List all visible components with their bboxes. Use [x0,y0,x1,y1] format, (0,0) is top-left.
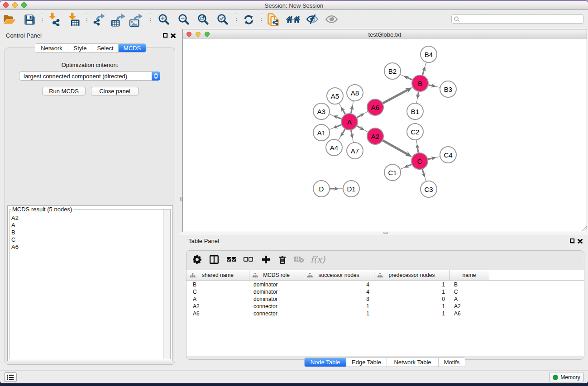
table-cell[interactable]: B [186,281,249,288]
show-columns-button[interactable] [206,253,222,266]
save-session-button[interactable] [22,13,37,26]
graph-node-A[interactable]: A [341,114,358,130]
zoom-fit-button[interactable] [196,13,210,26]
export-network-button[interactable] [92,13,106,27]
result-item[interactable]: A6 [10,243,163,251]
table-cell[interactable]: C [449,288,489,295]
mcds-result-list[interactable]: A2ABCA6 [10,213,163,358]
open-session-button[interactable] [2,13,17,26]
column-header-predecessor-nodes[interactable]: predecessor nodes [374,270,449,280]
table-cell[interactable]: 1 [374,288,449,295]
graph-node-B3[interactable]: B3 [440,81,456,97]
run-mcds-button[interactable]: Run MCDS [42,87,86,95]
tab-network-table[interactable]: Network Table [387,358,439,367]
column-header-MCDS-role[interactable]: MCDS role [249,270,304,280]
export-table-button[interactable] [111,13,125,27]
graph-node-A3[interactable]: A3 [313,103,330,119]
first-neighbors-button[interactable] [286,13,301,26]
close-panel-button[interactable]: Close panel [91,87,139,95]
memory-button[interactable]: Memory [550,372,583,382]
add-column-button[interactable] [258,253,274,266]
edge-C-C3[interactable] [421,169,426,181]
graph-node-A5[interactable]: A5 [327,88,343,104]
network-graph-canvas[interactable]: B4B2BB3A8A5A6B1A3AC2A1A2A4A7C4CC1C3DD1 [183,39,587,232]
graph-node-D[interactable]: D [313,181,330,197]
edge-B-B4[interactable] [422,62,426,75]
delete-table-button[interactable] [292,253,307,266]
show-all-button[interactable] [324,12,339,26]
graph-node-C1[interactable]: C1 [384,164,401,181]
edge-A-A1[interactable] [329,124,341,129]
graph-node-A7[interactable]: A7 [347,143,363,159]
table-panel-close-button[interactable] [578,239,583,244]
table-cell[interactable]: connector [249,303,304,310]
column-header-successor-nodes[interactable]: successor nodes [304,270,374,280]
tab-mcds[interactable]: MCDS [119,44,146,52]
table-cell[interactable]: A2 [449,303,489,310]
graph-node-C3[interactable]: C3 [421,181,437,197]
search-input[interactable] [460,15,583,23]
graph-node-C4[interactable]: C4 [440,147,456,163]
graph-node-C[interactable]: C [411,153,428,169]
table-cell[interactable]: dominator [249,281,304,288]
edge-C-C2[interactable] [416,140,420,152]
zoom-selected-button[interactable] [215,13,230,26]
table-cell[interactable]: 4 [304,281,374,288]
column-header-name[interactable]: name [449,270,489,280]
edge-C-C1[interactable] [400,164,411,169]
tab-network[interactable]: Network [35,44,68,52]
result-scrollbar[interactable] [163,210,170,359]
column-divider[interactable] [249,270,249,280]
column-header-shared-name[interactable]: shared name [186,270,249,280]
tab-motifs[interactable]: Motifs [439,358,465,367]
optimization-select[interactable]: largest connected component (directed) [19,71,160,81]
edge-A-A4[interactable] [338,129,345,140]
table-options-button[interactable] [190,253,205,266]
import-table-button[interactable] [67,13,81,26]
export-image-button[interactable] [129,13,143,27]
zoom-out-button[interactable] [177,13,191,26]
tab-style[interactable]: Style [68,44,92,52]
table-cell[interactable]: A [449,295,489,303]
deselect-all-button[interactable] [241,253,256,266]
result-item[interactable]: A2 [10,214,163,222]
table-cell[interactable]: C [186,288,249,295]
control-panel-close-button[interactable] [171,33,176,39]
table-cell[interactable]: 1 [374,303,449,310]
table-cell[interactable]: A6 [449,310,489,317]
edge-A6-B[interactable] [383,87,413,103]
result-item[interactable]: B [10,229,163,236]
tab-edge-table[interactable]: Edge Table [346,358,387,367]
edge-A-A6[interactable] [357,111,368,118]
delete-column-button[interactable] [275,253,290,266]
graph-node-B[interactable]: B [412,75,428,91]
tab-node-table[interactable]: Node Table [305,358,346,367]
table-cell[interactable]: 4 [304,288,374,295]
table-cell[interactable]: B [449,281,489,288]
graph-node-C2[interactable]: C2 [407,124,423,140]
zoom-in-button[interactable] [157,13,171,26]
control-panel-float-button[interactable] [163,33,167,38]
graph-node-A2[interactable]: A2 [367,128,383,144]
edge-B-B1[interactable] [416,92,420,103]
import-network-button[interactable] [47,13,62,26]
edge-A-A7[interactable] [350,130,354,143]
table-cell[interactable]: 8 [304,295,374,303]
graph-node-A4[interactable]: A4 [326,139,342,156]
graph-node-B2[interactable]: B2 [384,63,401,79]
edge-B-B3[interactable] [429,84,440,88]
edge-B-B2[interactable] [400,74,412,80]
table-panel-float-button[interactable] [570,238,574,243]
edge-A2-C[interactable] [383,140,412,157]
refresh-view-button[interactable] [242,13,256,26]
select-all-button[interactable] [224,253,239,266]
table-cell[interactable]: 1 [304,310,374,317]
table-cell[interactable]: dominator [249,295,304,303]
edge-A-A3[interactable] [329,114,341,119]
graph-node-A1[interactable]: A1 [313,124,330,141]
table-cell[interactable]: 1 [304,303,374,310]
table-cell[interactable]: dominator [249,288,304,295]
table-cell[interactable]: 1 [374,281,449,288]
column-divider[interactable] [489,270,489,280]
graph-node-A8[interactable]: A8 [347,85,363,101]
